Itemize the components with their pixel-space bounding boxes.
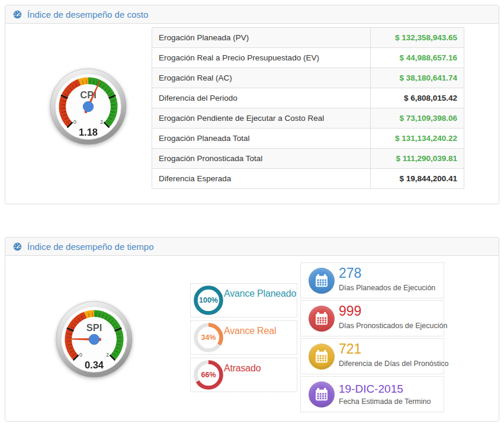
stat-value: 721 — [339, 341, 361, 357]
table-row: Erogación Real a Precio Presupuestado (E… — [152, 48, 464, 68]
stat-caption: Diferencia de Días del Pronóstico — [339, 360, 449, 368]
gauge: 0 2 SPI 0.34 — [54, 299, 134, 380]
gauge-min-label: 0 — [79, 352, 82, 358]
gauge-value: 0.34 — [85, 360, 104, 370]
calendar-icon — [314, 349, 329, 364]
calendar-icon — [314, 311, 329, 326]
gauge-min-label: 0 — [73, 119, 76, 125]
row-label: Erogación Pronosticada Total — [152, 149, 371, 169]
progress-ring-item: 66% Atrasado — [190, 358, 297, 392]
row-label: Diferencia Esperada — [152, 169, 371, 189]
dashboard-page: Índice de desempeño de costo 0 2 CPI 1.1… — [0, 0, 504, 426]
row-value: $ 44,988,657.16 — [371, 48, 464, 68]
table-row: Erogación Planeada Total$ 131,134,240.22 — [152, 129, 464, 149]
gauge-max-label: 2 — [100, 119, 103, 125]
ring-percent: 100% — [194, 285, 223, 315]
gauge-hub — [83, 101, 93, 111]
stat-value: 19-DIC-2015 — [339, 381, 403, 397]
stat-caption: Fecha Estimada de Termino — [339, 397, 431, 406]
progress-ring-item: 100% Avance Planeado — [190, 283, 297, 317]
stat-item: 999 Días Pronosticados de Ejecución — [300, 300, 444, 336]
row-label: Erogación Planeada Total — [152, 129, 371, 149]
stat-value: 999 — [339, 303, 361, 319]
tachometer-icon — [13, 10, 22, 19]
row-value: $ 111,290,039.81 — [371, 149, 464, 169]
row-value: $ 73,109,398.06 — [371, 108, 464, 129]
time-panel: Índice de desempeño de tiempo 0 2 SPI 0.… — [5, 237, 499, 422]
cost-table-body: Erogación Planeada (PV)$ 132,358,943.65E… — [152, 28, 464, 189]
row-label: Erogación Real a Precio Presupuestado (E… — [152, 48, 371, 68]
stat-icon-circle — [309, 268, 335, 294]
row-value: $ 131,134,240.22 — [371, 129, 464, 149]
gauge-title: SPI — [86, 322, 102, 333]
table-row: Erogación Pendiente de Ejecutar a Costo … — [152, 108, 464, 129]
gauge-value: 1.18 — [79, 127, 98, 137]
table-row: Diferencia Esperada$ 19,844,200.41 — [152, 169, 464, 189]
gauge: 0 2 CPI 1.18 — [48, 66, 129, 147]
cost-table-column: Erogación Planeada (PV)$ 132,358,943.65E… — [152, 27, 464, 189]
row-value: $ 38,180,641.74 — [371, 68, 464, 88]
ring-percent: 34% — [194, 323, 223, 352]
spi-gauge-column: 0 2 SPI 0.34 — [5, 256, 159, 414]
calendar-icon — [314, 387, 329, 402]
time-panel-header: Índice de desempeño de tiempo — [5, 238, 499, 256]
time-panel-body: 0 2 SPI 0.34 100% Avance Planeado 34% Av… — [5, 256, 499, 414]
stat-icon-circle — [309, 381, 335, 407]
row-label: Erogación Real (AC) — [152, 68, 371, 88]
stat-item: 19-DIC-2015 Fecha Estimada de Termino — [300, 376, 444, 412]
row-label: Erogación Pendiente de Ejecutar a Costo … — [152, 108, 371, 129]
gauge-hub — [89, 334, 99, 344]
ring-label: Avance Planeado — [224, 288, 296, 299]
row-value: $ 19,844,200.41 — [371, 169, 464, 189]
cost-panel-body: 0 2 CPI 1.18 Erogación Planeada (PV)$ 13… — [5, 24, 499, 189]
spi-gauge: 0 2 SPI 0.34 — [54, 299, 134, 380]
table-row: Erogación Planeada (PV)$ 132,358,943.65 — [152, 28, 464, 48]
cost-panel-title: Índice de desempeño de costo — [27, 9, 148, 20]
cpi-gauge: 0 2 CPI 1.18 — [48, 66, 129, 147]
stat-item: 278 Días Planeados de Ejecución — [300, 262, 444, 299]
stat-icon-circle — [309, 344, 335, 370]
cost-table: Erogación Planeada (PV)$ 132,358,943.65E… — [152, 27, 464, 189]
progress-ring-item: 34% Avance Real — [190, 320, 297, 355]
stat-caption: Días Pronosticados de Ejecución — [339, 322, 447, 330]
progress-rings-column: 100% Avance Planeado 34% Avance Real 66%… — [190, 256, 297, 414]
cpi-gauge-column: 0 2 CPI 1.18 — [5, 24, 152, 189]
stat-icon-circle — [309, 306, 335, 332]
time-panel-title: Índice de desempeño de tiempo — [27, 242, 153, 252]
row-label: Erogación Planeada (PV) — [152, 28, 371, 48]
cost-panel: Índice de desempeño de costo 0 2 CPI 1.1… — [5, 5, 499, 204]
stat-item: 721 Diferencia de Días del Pronóstico — [300, 338, 444, 374]
gauge-max-label: 2 — [106, 352, 109, 358]
tachometer-icon — [13, 242, 22, 251]
ring-percent: 66% — [194, 360, 223, 390]
stat-value: 278 — [339, 265, 361, 281]
row-value: $ 6,808,015.42 — [371, 88, 464, 108]
ring-label: Avance Real — [224, 326, 276, 336]
cost-panel-header: Índice de desempeño de costo — [5, 5, 499, 24]
row-value: $ 132,358,943.65 — [371, 28, 464, 48]
table-row: Erogación Real (AC)$ 38,180,641.74 — [152, 68, 464, 88]
ring-label: Atrasado — [224, 363, 261, 374]
table-row: Erogación Pronosticada Total$ 111,290,03… — [152, 149, 464, 169]
table-row: Diferencia del Periodo$ 6,808,015.42 — [152, 88, 464, 108]
stat-caption: Días Planeados de Ejecución — [339, 284, 435, 292]
calendar-icon — [314, 273, 329, 288]
stats-column: 278 Días Planeados de Ejecución 999 Días… — [300, 256, 444, 414]
row-label: Diferencia del Periodo — [152, 88, 371, 108]
